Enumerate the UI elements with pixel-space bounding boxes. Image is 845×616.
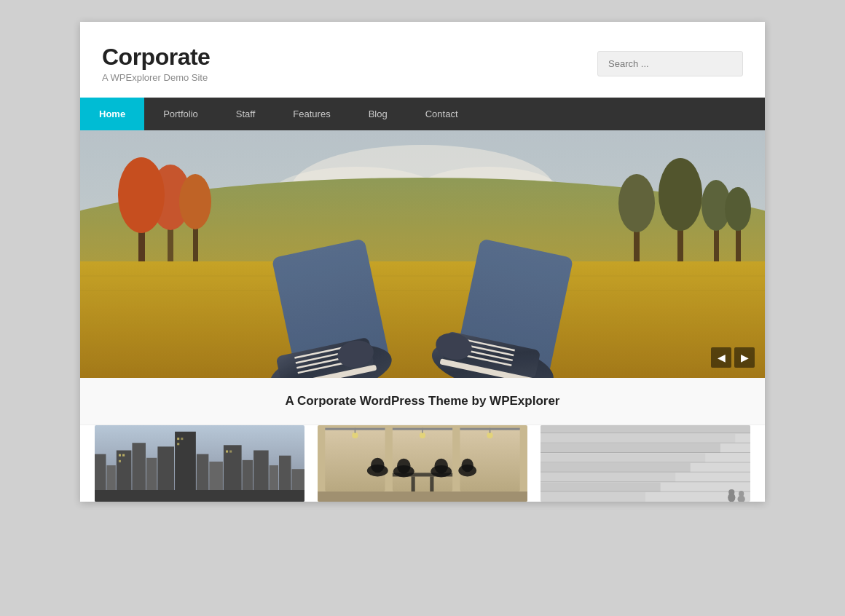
svg-point-85 xyxy=(397,459,411,474)
svg-rect-80 xyxy=(412,477,415,492)
hero-slider: ◀ ▶ xyxy=(80,130,765,378)
svg-rect-99 xyxy=(541,492,645,502)
svg-rect-58 xyxy=(119,454,121,457)
nav-item-staff[interactable]: Staff xyxy=(217,98,275,130)
svg-point-83 xyxy=(371,458,385,473)
slider-prev-button[interactable]: ◀ xyxy=(711,347,731,368)
svg-rect-57 xyxy=(95,490,304,502)
portfolio-grid xyxy=(80,425,765,502)
site-nav: Home Portfolio Staff Features Blog Conta… xyxy=(80,98,765,130)
tagline-text: A Corporate WordPress Theme by WPExplore… xyxy=(96,394,749,408)
site-header: Corporate A WPExplorer Demo Site xyxy=(80,22,765,98)
portfolio-item-city[interactable] xyxy=(95,425,304,502)
nav-item-home[interactable]: Home xyxy=(80,98,144,130)
tagline-bar: A Corporate WordPress Theme by WPExplore… xyxy=(80,378,765,425)
nav-item-features[interactable]: Features xyxy=(274,98,349,130)
svg-rect-81 xyxy=(430,477,433,492)
svg-rect-98 xyxy=(541,483,661,491)
svg-point-75 xyxy=(487,433,492,438)
nav-item-blog[interactable]: Blog xyxy=(350,98,406,130)
svg-rect-95 xyxy=(541,454,705,462)
nav-item-contact[interactable]: Contact xyxy=(406,98,477,130)
svg-rect-64 xyxy=(226,451,228,453)
site-title: Corporate xyxy=(102,44,210,71)
svg-rect-96 xyxy=(541,463,691,472)
svg-rect-40 xyxy=(80,130,765,378)
svg-rect-61 xyxy=(177,438,179,440)
search-input[interactable] xyxy=(597,51,743,76)
svg-rect-90 xyxy=(318,491,527,502)
slider-controls: ◀ ▶ xyxy=(711,347,755,368)
svg-rect-92 xyxy=(541,425,750,433)
portfolio-item-stairs[interactable] xyxy=(541,425,750,502)
hero-scene xyxy=(80,130,765,378)
svg-point-110 xyxy=(739,491,744,497)
svg-point-73 xyxy=(352,433,358,438)
slider-next-button[interactable]: ▶ xyxy=(734,347,755,368)
nav-item-portfolio[interactable]: Portfolio xyxy=(144,98,217,130)
svg-rect-62 xyxy=(181,438,183,440)
svg-point-74 xyxy=(420,433,425,438)
svg-rect-93 xyxy=(541,434,735,443)
site-tagline: A WPExplorer Demo Site xyxy=(102,72,210,83)
svg-rect-94 xyxy=(541,443,720,452)
svg-rect-97 xyxy=(541,473,675,481)
browser-frame: Corporate A WPExplorer Demo Site Home Po… xyxy=(80,22,765,502)
svg-point-108 xyxy=(728,489,734,495)
svg-point-89 xyxy=(461,459,473,473)
svg-point-87 xyxy=(434,459,448,474)
svg-rect-63 xyxy=(177,443,179,445)
portfolio-item-cafe[interactable] xyxy=(318,425,527,502)
hero-image xyxy=(80,130,765,378)
svg-rect-60 xyxy=(119,460,121,462)
svg-rect-59 xyxy=(122,454,125,457)
site-branding: Corporate A WPExplorer Demo Site xyxy=(102,44,210,83)
svg-rect-65 xyxy=(229,451,232,453)
